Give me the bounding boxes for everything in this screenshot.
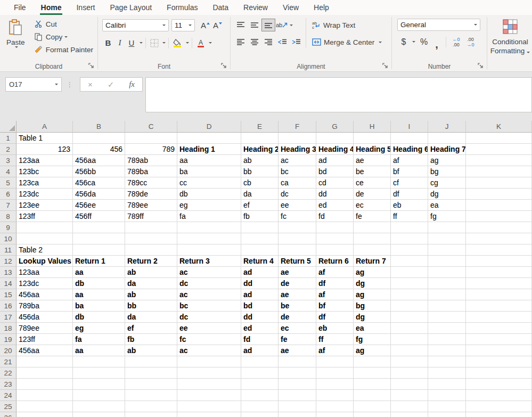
cell-A22[interactable] xyxy=(17,367,73,379)
increase-indent-button[interactable] xyxy=(289,36,303,48)
cell-E6[interactable]: da xyxy=(241,189,279,200)
cell-G11[interactable] xyxy=(316,244,354,256)
cell-I22[interactable] xyxy=(391,367,428,379)
cell-I9[interactable] xyxy=(391,222,428,233)
cell-C18[interactable]: ef xyxy=(125,323,177,334)
cell-E4[interactable]: bb xyxy=(241,166,279,177)
cell-I23[interactable] xyxy=(391,379,428,390)
cell-A2[interactable]: 123 xyxy=(17,144,73,155)
cell-J17[interactable] xyxy=(428,312,466,323)
cell-E13[interactable]: ad xyxy=(241,267,279,278)
cell-H3[interactable]: ae xyxy=(354,155,391,166)
cell-H23[interactable] xyxy=(354,379,391,390)
row-header-16[interactable]: 16 xyxy=(0,300,17,312)
cell-H1[interactable] xyxy=(354,133,391,144)
cell-C26[interactable] xyxy=(125,412,177,417)
cell-J12[interactable] xyxy=(428,256,466,267)
cell-G5[interactable]: cd xyxy=(316,177,354,189)
cell-D1[interactable] xyxy=(177,133,241,144)
cell-D26[interactable] xyxy=(177,412,241,417)
cell-B21[interactable] xyxy=(73,356,125,367)
cell-D18[interactable]: ee xyxy=(177,323,241,334)
cell-I7[interactable]: eb xyxy=(391,200,428,211)
tab-formulas[interactable]: Formulas xyxy=(159,0,205,15)
decrease-font-size-button[interactable]: A xyxy=(211,19,224,32)
cell-I20[interactable] xyxy=(391,345,428,356)
cell-F14[interactable]: de xyxy=(279,278,316,289)
cell-C3[interactable]: 789ab xyxy=(125,155,177,166)
cell-D13[interactable]: ac xyxy=(177,267,241,278)
cell-K13[interactable] xyxy=(466,267,532,278)
cell-H2[interactable]: Heading 5 xyxy=(354,144,391,155)
row-header-13[interactable]: 13 xyxy=(0,267,17,278)
cell-D16[interactable]: bc xyxy=(177,300,241,312)
cell-J13[interactable] xyxy=(428,267,466,278)
cell-H26[interactable] xyxy=(354,412,391,417)
cell-D15[interactable]: ac xyxy=(177,289,241,300)
orientation-button[interactable]: ab xyxy=(275,19,293,31)
cell-H19[interactable]: fg xyxy=(354,334,391,345)
cell-D20[interactable]: ac xyxy=(177,345,241,356)
cell-K14[interactable] xyxy=(466,278,532,289)
cell-E22[interactable] xyxy=(241,367,279,379)
cell-K6[interactable] xyxy=(466,189,532,200)
cell-K9[interactable] xyxy=(466,222,532,233)
cell-G16[interactable]: bf xyxy=(316,300,354,312)
cell-D22[interactable] xyxy=(177,367,241,379)
cell-B2[interactable]: 456 xyxy=(73,144,125,155)
row-header-8[interactable]: 8 xyxy=(0,211,17,222)
row-header-23[interactable]: 23 xyxy=(0,379,17,390)
cell-D25[interactable] xyxy=(177,401,241,412)
cell-B20[interactable]: aa xyxy=(73,345,125,356)
wrap-text-button[interactable]: ab c Wrap Text xyxy=(312,18,382,32)
cell-E10[interactable] xyxy=(241,233,279,244)
cell-G12[interactable]: Return 6 xyxy=(316,256,354,267)
row-header-12[interactable]: 12 xyxy=(0,256,17,267)
cell-E5[interactable]: cb xyxy=(241,177,279,189)
cell-K21[interactable] xyxy=(466,356,532,367)
tab-page-layout[interactable]: Page Layout xyxy=(102,0,159,15)
cell-J25[interactable] xyxy=(428,401,466,412)
cell-G22[interactable] xyxy=(316,367,354,379)
cell-A17[interactable]: 456da xyxy=(17,312,73,323)
cell-H5[interactable]: ce xyxy=(354,177,391,189)
column-header-C[interactable]: C xyxy=(125,121,177,133)
cell-J2[interactable]: Heading 7 xyxy=(428,144,466,155)
tab-data[interactable]: Data xyxy=(205,0,236,15)
cell-D11[interactable] xyxy=(177,244,241,256)
cell-F22[interactable] xyxy=(279,367,316,379)
cell-C11[interactable] xyxy=(125,244,177,256)
cell-H21[interactable] xyxy=(354,356,391,367)
cell-I25[interactable] xyxy=(391,401,428,412)
cell-E12[interactable]: Return 4 xyxy=(241,256,279,267)
formula-bar-resize-handle[interactable]: ⋮ xyxy=(67,77,73,92)
cell-D4[interactable]: ba xyxy=(177,166,241,177)
cell-K18[interactable] xyxy=(466,323,532,334)
tab-insert[interactable]: Insert xyxy=(69,0,102,15)
cell-F15[interactable]: ae xyxy=(279,289,316,300)
cell-H13[interactable]: ag xyxy=(354,267,391,278)
cell-E15[interactable]: ad xyxy=(241,289,279,300)
clipboard-dialog-launcher-icon[interactable] xyxy=(88,63,95,69)
cell-F7[interactable]: ee xyxy=(279,200,316,211)
cell-C17[interactable]: da xyxy=(125,312,177,323)
cell-K24[interactable] xyxy=(466,390,532,401)
cell-G23[interactable] xyxy=(316,379,354,390)
row-header-22[interactable]: 22 xyxy=(0,367,17,379)
enter-icon[interactable]: ✓ xyxy=(108,80,114,89)
align-right-button[interactable] xyxy=(261,36,275,48)
cell-G4[interactable]: bd xyxy=(316,166,354,177)
cell-E9[interactable] xyxy=(241,222,279,233)
cell-C13[interactable]: ab xyxy=(125,267,177,278)
cell-J8[interactable]: fg xyxy=(428,211,466,222)
cell-E2[interactable]: Heading 2 xyxy=(241,144,279,155)
bold-button[interactable]: B xyxy=(102,37,114,50)
cell-F16[interactable]: be xyxy=(279,300,316,312)
cell-D6[interactable]: db xyxy=(177,189,241,200)
cell-I17[interactable] xyxy=(391,312,428,323)
cell-G2[interactable]: Heading 4 xyxy=(316,144,354,155)
cell-B22[interactable] xyxy=(73,367,125,379)
underline-dropdown-icon[interactable] xyxy=(140,42,143,44)
merge-center-button[interactable]: Merge & Center xyxy=(312,35,382,49)
cell-C24[interactable] xyxy=(125,390,177,401)
